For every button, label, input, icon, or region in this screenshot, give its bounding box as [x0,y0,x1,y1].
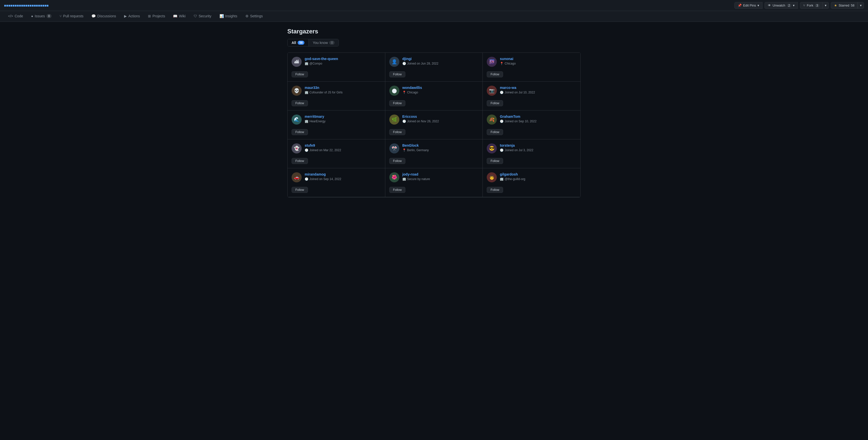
tab-settings[interactable]: ⚙ Settings [241,11,267,22]
username[interactable]: jody-road [402,172,479,176]
username[interactable]: mirandamog [305,172,381,176]
username[interactable]: marco-wa [500,86,577,90]
username[interactable]: wondawillis [402,86,479,90]
starred-dropdown-button[interactable]: ▾ [858,2,864,9]
tab-pull-requests[interactable]: ⑂ Pull requests [56,11,87,22]
card-top: 🌆 sunonai 📍 Chicago [487,57,577,67]
user-meta: 📍 Chicago [500,62,577,65]
actions-icon: ▶ [124,14,127,18]
unwatch-group: 👁 Unwatch 2 ▾ [765,2,798,9]
stargazer-card: 😎 torstenja 🕐 Joined on Jul 3, 2022 Foll… [483,139,581,168]
card-top: 🌺 jody-road 🏢 Secure by nature [389,172,479,182]
username[interactable]: merrittmary [305,115,381,119]
top-bar: ■■■■■■■■■■■■■■■■■■■■■ 📌 Edit Pins ▾ 👁 Un… [0,0,868,11]
stargazer-grid: 🏙 god-save-the-queen 🏢 @Compo Follow 👤 d… [287,53,581,197]
follow-button[interactable]: Follow [487,100,503,106]
card-info: mirandamog 🕐 Joined on Sep 14, 2022 [305,172,381,181]
star-icon: ★ [834,3,837,7]
follow-button[interactable]: Follow [389,129,406,135]
username[interactable]: GrahamTom [500,115,577,119]
username[interactable]: BenGlock [402,144,479,148]
filter-tab-all[interactable]: All 58 [287,39,308,46]
follow-button[interactable]: Follow [291,187,308,193]
discussions-icon: 💬 [91,14,96,18]
tab-issues[interactable]: ● Issues 8 [27,11,56,22]
meta-text: Chicago [504,62,516,65]
tab-code[interactable]: </> Code [4,11,27,22]
follow-button[interactable]: Follow [389,187,406,193]
meta-icon: 🕐 [500,120,503,123]
card-info: marco-wa 🕐 Joined on Jul 10, 2022 [500,86,577,94]
card-info: sunonai 📍 Chicago [500,57,577,65]
meta-icon: 🕐 [500,149,503,152]
follow-button[interactable]: Follow [389,71,406,77]
user-meta: 🕐 Joined on Nov 26, 2022 [402,120,479,123]
follow-button[interactable]: Follow [291,129,308,135]
card-info: stufe9 🕐 Joined on Mar 22, 2022 [305,144,381,152]
edit-pins-chevron: ▾ [757,3,759,7]
meta-text: Joined on Jun 28, 2022 [407,62,438,65]
unwatch-button[interactable]: 👁 Unwatch 2 ▾ [765,2,798,9]
follow-button[interactable]: Follow [291,158,308,164]
username[interactable]: gilgardosh [500,172,577,176]
fork-button[interactable]: ⑂ Fork 3 [800,2,823,9]
stargazer-card: 👤 djingi 🕐 Joined on Jun 28, 2022 Follow [385,53,483,82]
starred-button[interactable]: ★ Starred 58 [831,2,858,9]
username[interactable]: torstenja [500,144,577,148]
edit-pins-button[interactable]: 📌 Edit Pins ▾ [734,2,763,9]
meta-text: HearEnergy [309,120,326,123]
meta-text: @the-guilld-org [504,177,525,181]
meta-icon: 🕐 [500,91,503,94]
username[interactable]: sunonai [500,57,577,61]
meta-icon: 🕐 [305,149,308,152]
tab-discussions[interactable]: 💬 Discussions [87,11,120,22]
card-info: wondawillis 📍 Chicago [402,86,479,94]
user-meta: 🏢 @the-guilld-org [500,177,577,181]
tab-insights[interactable]: 📊 Insights [216,11,241,22]
follow-button[interactable]: Follow [389,100,406,106]
follow-button[interactable]: Follow [389,158,406,164]
follow-button[interactable]: Follow [291,100,308,106]
follow-button[interactable]: Follow [487,158,503,164]
avatar: 👨 [487,172,497,182]
avatar: 🎌 [389,144,399,153]
follow-button[interactable]: Follow [487,71,503,77]
meta-text: Joined on Jul 3, 2022 [504,149,533,152]
user-meta: 🕐 Joined on Jun 28, 2022 [402,62,479,65]
meta-icon: 📍 [402,149,406,152]
follow-button[interactable]: Follow [291,71,308,77]
card-top: 🎌 BenGlock 📍 Berlin, Germany [389,144,479,153]
projects-icon: ⊞ [148,14,151,18]
follow-button[interactable]: Follow [487,187,503,193]
username[interactable]: maur33n [305,86,381,90]
card-top: 💀 maur33n 🏢 Cofounder of JS for Girls [291,86,381,96]
card-info: GrahamTom 🕐 Joined on Sep 10, 2022 [500,115,577,123]
username[interactable]: djingi [402,57,479,61]
username[interactable]: Ericcoss [402,115,479,119]
card-info: Ericcoss 🕐 Joined on Nov 26, 2022 [402,115,479,123]
card-top: 📷 marco-wa 🕐 Joined on Jul 10, 2022 [487,86,577,96]
stargazer-card: 🌊 merrittmary 🏢 HearEnergy Follow [287,111,385,139]
avatar: 😎 [487,144,497,153]
user-meta: 📍 Berlin, Germany [402,149,479,152]
username[interactable]: stufe9 [305,144,381,148]
meta-icon: 📍 [500,62,503,65]
card-top: 😎 torstenja 🕐 Joined on Jul 3, 2022 [487,144,577,153]
tab-projects[interactable]: ⊞ Projects [144,11,169,22]
filter-tab-you-know[interactable]: You know 0 [308,39,339,46]
tab-wiki[interactable]: 📖 Wiki [169,11,189,22]
meta-icon: 🏢 [305,62,308,65]
insights-icon: 📊 [219,14,224,18]
fork-dropdown-button[interactable]: ▾ [823,2,829,9]
meta-icon: 🏢 [500,177,503,181]
meta-icon: 📍 [402,91,406,94]
card-info: djingi 🕐 Joined on Jun 28, 2022 [402,57,479,65]
username[interactable]: god-save-the-queen [305,57,381,61]
avatar: 👻 [291,144,302,153]
meta-text: Joined on Jul 10, 2022 [504,91,535,94]
meta-text: Secure by nature [407,177,430,181]
tab-actions[interactable]: ▶ Actions [120,11,144,22]
follow-button[interactable]: Follow [487,129,503,135]
meta-icon: 🏢 [305,120,308,123]
tab-security[interactable]: 🛡 Security [190,11,216,22]
